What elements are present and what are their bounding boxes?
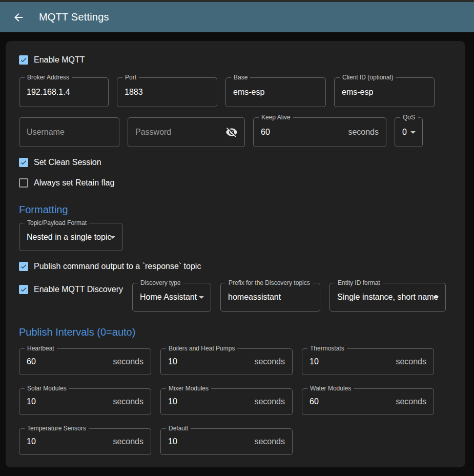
thermostats-input[interactable]: [302, 349, 396, 375]
page-title: MQTT Settings: [39, 11, 109, 23]
thermostats-unit: seconds: [396, 357, 434, 366]
clean-session-checkbox[interactable]: [19, 158, 28, 167]
client-id-input[interactable]: [335, 78, 434, 107]
topic-payload-format-value: Nested in a single topic: [19, 233, 111, 242]
retain-flag-row: Always set Retain flag: [19, 178, 452, 188]
temperature-sensors-unit: seconds: [113, 437, 151, 446]
temperature-sensors-label: Temperature Sensors: [25, 425, 89, 432]
username-field: [19, 117, 119, 147]
keep-alive-label: Keep Alive: [259, 114, 293, 121]
discovery-prefix-label: Prefix for the Discovery topics: [226, 279, 313, 287]
base-input[interactable]: [226, 78, 325, 107]
enable-mqtt-row: Enable MQTT: [19, 55, 452, 65]
discovery-type-label: Discovery type: [138, 279, 183, 287]
solar-modules-label: Solar Modules: [25, 385, 69, 392]
heartbeat-unit: seconds: [113, 357, 151, 366]
heartbeat-label: Heartbeat: [25, 345, 57, 353]
mixer-modules-field: Mixer Modules seconds: [160, 388, 293, 415]
discovery-prefix-input[interactable]: [221, 283, 320, 311]
enable-discovery-checkbox[interactable]: [19, 285, 28, 294]
thermostats-label: Thermostats: [307, 345, 347, 353]
discovery-prefix-field: Prefix for the Discovery topics: [220, 283, 320, 312]
checkmark-icon: [20, 285, 27, 294]
broker-address-field: Broker Address: [19, 77, 109, 107]
discovery-type-select[interactable]: Discovery type Home Assistant: [132, 283, 211, 312]
back-button[interactable]: [12, 11, 25, 24]
formatting-heading: Formatting: [19, 203, 452, 216]
heartbeat-field: Heartbeat seconds: [19, 348, 151, 375]
topic-format-row: Topic/Payload Format Nested in a single …: [19, 223, 452, 251]
thermostats-field: Thermostats seconds: [302, 348, 434, 375]
publish-intervals-heading: Publish Intervals (0=auto): [19, 326, 452, 338]
visibility-off-icon: [225, 126, 238, 138]
discovery-type-value: Home Assistant: [133, 293, 197, 302]
password-input[interactable]: [128, 118, 225, 147]
water-modules-input[interactable]: [302, 389, 396, 415]
keep-alive-input[interactable]: [254, 118, 348, 147]
publish-response-label: Publish command output to a `response` t…: [34, 262, 201, 271]
toggle-password-visibility-button[interactable]: [225, 126, 238, 138]
topic-payload-format-select[interactable]: Topic/Payload Format Nested in a single …: [19, 223, 122, 251]
retain-flag-label: Always set Retain flag: [34, 178, 114, 188]
chevron-down-icon: [195, 291, 208, 303]
qos-value: 0: [395, 128, 407, 137]
default-interval-input[interactable]: [161, 429, 254, 454]
password-field: [128, 117, 245, 147]
default-interval-field: Default seconds: [160, 428, 293, 455]
intervals-grid: Heartbeat seconds Boilers and Heat Pumps…: [19, 348, 452, 455]
qos-select[interactable]: QoS 0: [395, 117, 423, 147]
port-field: Port: [117, 77, 217, 107]
water-modules-label: Water Modules: [307, 385, 354, 392]
water-modules-field: Water Modules seconds: [302, 388, 434, 415]
port-label: Port: [122, 74, 139, 81]
boilers-field: Boilers and Heat Pumps seconds: [160, 348, 293, 375]
mixer-modules-input[interactable]: [161, 389, 254, 415]
checkmark-icon: [20, 262, 27, 271]
publish-response-row: Publish command output to a `response` t…: [19, 261, 452, 272]
solar-modules-unit: seconds: [113, 397, 151, 406]
clean-session-label: Set Clean Session: [34, 158, 101, 167]
temperature-sensors-input[interactable]: [19, 429, 113, 454]
port-input[interactable]: [117, 78, 217, 107]
entity-id-format-label: Entity ID format: [335, 279, 383, 287]
enable-discovery-row: Enable MQTT Discovery: [19, 284, 132, 295]
back-arrow-icon: [12, 11, 25, 24]
credentials-row: Keep Alive seconds QoS 0: [19, 117, 452, 147]
qos-label: QoS: [400, 114, 418, 121]
base-field: Base: [225, 77, 326, 107]
topic-payload-format-label: Topic/Payload Format: [25, 219, 89, 227]
retain-flag-checkbox[interactable]: [19, 178, 28, 188]
entity-id-format-select[interactable]: Entity ID format Single instance, short …: [329, 283, 446, 312]
broker-row: Broker Address Port Base Client ID (opti…: [19, 77, 452, 107]
base-label: Base: [231, 74, 250, 81]
discovery-fields: Discovery type Home Assistant Prefix for…: [132, 283, 446, 312]
heartbeat-input[interactable]: [19, 349, 113, 375]
client-id-field: Client ID (optional): [334, 77, 435, 107]
broker-address-label: Broker Address: [25, 74, 72, 81]
chevron-down-icon: [107, 231, 119, 243]
boilers-unit: seconds: [254, 357, 292, 366]
default-interval-label: Default: [166, 425, 191, 432]
username-input[interactable]: [19, 118, 119, 147]
settings-card: Enable MQTT Broker Address Port Base Cli…: [6, 41, 465, 467]
client-id-label: Client ID (optional): [340, 74, 396, 81]
solar-modules-input[interactable]: [19, 389, 113, 415]
enable-discovery-label: Enable MQTT Discovery: [34, 285, 123, 294]
chevron-down-icon: [407, 126, 419, 138]
clean-session-row: Set Clean Session: [19, 157, 452, 168]
solar-modules-field: Solar Modules seconds: [19, 388, 151, 415]
boilers-input[interactable]: [161, 349, 254, 375]
enable-mqtt-label: Enable MQTT: [34, 55, 85, 65]
app-header: MQTT Settings: [0, 2, 474, 32]
broker-address-input[interactable]: [19, 78, 108, 107]
keep-alive-field: Keep Alive seconds: [253, 117, 386, 147]
boilers-label: Boilers and Heat Pumps: [166, 345, 237, 353]
water-modules-unit: seconds: [396, 397, 434, 406]
mixer-modules-label: Mixer Modules: [166, 385, 211, 392]
checkmark-icon: [20, 56, 27, 64]
publish-response-checkbox[interactable]: [19, 262, 28, 271]
entity-id-format-value: Single instance, short name: [330, 293, 438, 302]
keep-alive-unit: seconds: [348, 128, 386, 137]
checkmark-icon: [20, 158, 27, 167]
enable-mqtt-checkbox[interactable]: [19, 55, 28, 65]
